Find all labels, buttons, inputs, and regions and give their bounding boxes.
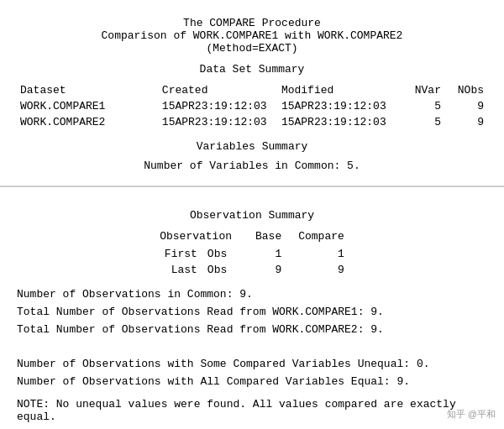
stats-lines: Number of Observations in Common: 9. Tot…: [17, 286, 487, 391]
obs-row1-label2: Obs: [201, 246, 249, 262]
title-line1: The COMPARE Procedure: [17, 17, 487, 29]
observation-table: Observation Base Compare First Obs 1 1 L…: [153, 228, 351, 278]
obs-row2-label1: Last: [153, 262, 201, 278]
data-set-table-header: Dataset Created Modified NVar NObs: [17, 82, 487, 98]
stats-line3: Total Number of Observations Read from W…: [17, 322, 487, 339]
col-header-nobs: NObs: [444, 82, 487, 98]
row1-nobs: 9: [444, 98, 487, 114]
observation-summary-heading: Observation Summary: [17, 209, 487, 222]
obs-row1-label1: First: [153, 246, 201, 262]
page-container: The COMPARE Procedure Comparison of WORK…: [0, 0, 504, 429]
variables-section: Variables Summary Number of Variables in…: [17, 140, 487, 172]
table-row: WORK.COMPARE1 15APR23:19:12:03 15APR23:1…: [17, 98, 487, 114]
obs-row1-compare: 1: [291, 246, 351, 262]
proc-title: The COMPARE Procedure Comparison of WORK…: [17, 17, 487, 55]
variables-common-text: Number of Variables in Common: 5.: [17, 160, 487, 172]
obs-table-header: Observation Base Compare: [153, 228, 351, 246]
obs-col-header-compare: Compare: [291, 228, 351, 246]
watermark: 知乎 @平和: [447, 408, 496, 421]
col-header-modified: Modified: [273, 82, 402, 98]
obs-col-header-observation: Observation: [153, 228, 249, 246]
table-row: WORK.COMPARE2 15APR23:19:12:03 15APR23:1…: [17, 114, 487, 130]
data-set-table: Dataset Created Modified NVar NObs WORK.…: [17, 82, 487, 130]
bottom-section: Observation Summary Observation Base Com…: [0, 187, 504, 429]
top-section: The COMPARE Procedure Comparison of WORK…: [0, 8, 504, 187]
stats-line5: Number of Observations with Some Compare…: [17, 356, 487, 374]
obs-table-row: First Obs 1 1: [153, 246, 351, 262]
row2-nobs: 9: [444, 114, 487, 130]
obs-row2-label2: Obs: [201, 262, 249, 278]
stats-line4: [17, 338, 487, 356]
title-line2: Comparison of WORK.COMPARE1 with WORK.CO…: [17, 29, 487, 42]
row2-nvar: 5: [402, 114, 444, 130]
stats-line6: Number of Observations with All Compared…: [17, 374, 487, 391]
col-header-created: Created: [137, 82, 273, 98]
obs-table-row: Last Obs 9 9: [153, 262, 351, 278]
obs-row2-compare: 9: [291, 262, 351, 278]
col-header-dataset: Dataset: [17, 82, 137, 98]
row2-created: 15APR23:19:12:03: [137, 114, 273, 130]
row1-dataset: WORK.COMPARE1: [17, 98, 137, 114]
obs-row2-base: 9: [249, 262, 291, 278]
row2-modified: 15APR23:19:12:03: [273, 114, 402, 130]
stats-line2: Total Number of Observations Read from W…: [17, 304, 487, 322]
row1-created: 15APR23:19:12:03: [137, 98, 273, 114]
data-set-summary-heading: Data Set Summary: [17, 63, 487, 76]
row2-dataset: WORK.COMPARE2: [17, 114, 137, 130]
note-line: NOTE: No unequal values were found. All …: [17, 398, 487, 423]
title-line3: (Method=EXACT): [17, 42, 487, 55]
col-header-nvar: NVar: [402, 82, 444, 98]
variables-summary-heading: Variables Summary: [17, 140, 487, 153]
row1-modified: 15APR23:19:12:03: [273, 98, 402, 114]
stats-line1: Number of Observations in Common: 9.: [17, 286, 487, 304]
note-text: NOTE: No unequal values were found. All …: [17, 398, 487, 423]
row1-nvar: 5: [402, 98, 444, 114]
obs-col-header-base: Base: [249, 228, 291, 246]
obs-row1-base: 1: [249, 246, 291, 262]
